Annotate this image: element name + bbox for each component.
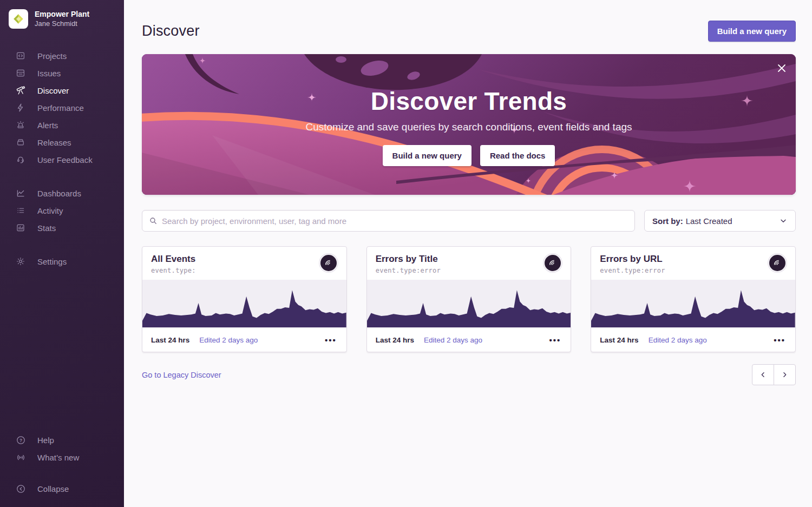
sidebar-item-help[interactable]: ? Help <box>0 431 124 449</box>
card-context-menu-icon[interactable]: ••• <box>324 334 338 346</box>
activity-icon <box>15 205 26 216</box>
sidebar: Empower Plant Jane Schmidt Projects Issu… <box>0 0 124 507</box>
chevron-down-icon <box>779 216 788 225</box>
stats-icon <box>15 222 26 233</box>
sentry-logo-avatar[interactable] <box>543 254 562 272</box>
query-card-all-events[interactable]: All Events event.type: Last 24 hrs Edite… <box>142 246 347 352</box>
sidebar-item-whats-new[interactable]: What’s new <box>0 449 124 466</box>
sidebar-item-discover[interactable]: Discover <box>0 82 124 99</box>
sidebar-item-projects[interactable]: Projects <box>0 47 124 64</box>
sidebar-item-label: Settings <box>37 257 67 266</box>
events-sparkline-chart <box>142 280 346 327</box>
svg-text:?: ? <box>19 437 22 443</box>
page-title: Discover <box>142 23 200 39</box>
org-switcher[interactable]: Empower Plant Jane Schmidt <box>0 0 124 33</box>
main-content: Discover Build a new query <box>124 0 812 507</box>
telescope-icon <box>15 85 26 96</box>
sidebar-item-label: Collapse <box>37 484 69 493</box>
time-range-label: Last 24 hrs <box>151 336 189 344</box>
sidebar-item-alerts[interactable]: Alerts <box>0 116 124 134</box>
gear-icon <box>15 256 26 267</box>
edited-link[interactable]: Edited 2 days ago <box>649 336 707 344</box>
sort-value: Last Created <box>686 216 732 226</box>
chevron-left-icon <box>759 371 767 379</box>
sidebar-item-label: Activity <box>37 206 63 215</box>
sidebar-item-label: Issues <box>37 69 61 78</box>
card-context-menu-icon[interactable]: ••• <box>772 334 787 346</box>
edited-link[interactable]: Edited 2 days ago <box>424 336 482 344</box>
next-page-button[interactable] <box>774 364 796 385</box>
query-card-errors-by-title[interactable]: Errors by Title event.type:error Last 24… <box>366 246 572 352</box>
search-box[interactable] <box>142 210 635 232</box>
sidebar-item-stats[interactable]: Stats <box>0 219 124 236</box>
sentry-logo-avatar[interactable] <box>768 254 787 272</box>
query-card-errors-by-url[interactable]: Errors by URL event.type:error Last 24 h… <box>591 246 796 352</box>
sidebar-item-user-feedback[interactable]: User Feedback <box>0 151 124 168</box>
saved-query-cards: All Events event.type: Last 24 hrs Edite… <box>142 246 796 352</box>
search-input[interactable] <box>162 216 628 226</box>
sentry-logo-icon <box>772 258 783 268</box>
sidebar-item-activity[interactable]: Activity <box>0 202 124 219</box>
sidebar-item-label: Projects <box>37 51 67 61</box>
card-context-menu-icon[interactable]: ••• <box>548 334 562 346</box>
chevron-right-icon <box>781 371 789 379</box>
sort-label: Sort by: <box>652 216 683 226</box>
time-range-label: Last 24 hrs <box>600 336 638 344</box>
filter-row: Sort by: Last Created <box>142 210 796 232</box>
previous-page-button[interactable] <box>752 364 774 385</box>
settings-nav: Settings <box>0 253 124 270</box>
dashboards-icon <box>15 188 26 199</box>
lightning-icon <box>15 102 26 113</box>
secondary-nav: Dashboards Activity Stats <box>0 185 124 236</box>
card-query: event.type:error <box>376 267 441 274</box>
sentry-logo-icon <box>323 258 334 268</box>
banner-read-docs-button[interactable]: Read the docs <box>480 145 555 166</box>
collapse-icon <box>15 483 26 494</box>
banner-subtitle: Customize and save queries by search con… <box>305 121 632 133</box>
banner-title: Discover Trends <box>371 87 567 116</box>
sentry-logo-avatar[interactable] <box>319 254 338 272</box>
sidebar-item-settings[interactable]: Settings <box>0 253 124 270</box>
releases-icon <box>15 137 26 148</box>
projects-icon <box>15 50 26 61</box>
events-sparkline-chart <box>591 280 795 327</box>
discover-trends-banner: Discover Trends Customize and save queri… <box>142 54 796 195</box>
feedback-icon <box>15 154 26 165</box>
sidebar-collapse-button[interactable]: Collapse <box>0 480 124 497</box>
page-header: Discover Build a new query <box>142 21 796 42</box>
help-icon: ? <box>15 434 26 445</box>
banner-content: Discover Trends Customize and save queri… <box>142 54 796 195</box>
broadcast-icon <box>15 452 26 463</box>
sidebar-item-label: User Feedback <box>37 155 93 164</box>
sort-dropdown[interactable]: Sort by: Last Created <box>644 210 796 232</box>
sidebar-item-label: Alerts <box>37 121 58 130</box>
sidebar-item-dashboards[interactable]: Dashboards <box>0 185 124 202</box>
sidebar-item-label: Performance <box>37 103 84 113</box>
build-new-query-button[interactable]: Build a new query <box>708 21 796 42</box>
card-title: Errors by Title <box>376 254 441 265</box>
sidebar-item-label: Help <box>37 436 54 445</box>
primary-nav: Projects Issues Discover Performance Ale… <box>0 47 124 168</box>
pagination <box>752 364 796 385</box>
sidebar-item-label: Releases <box>37 138 71 147</box>
org-avatar[interactable] <box>9 9 28 29</box>
bottom-row: Go to Legacy Discover <box>142 364 796 385</box>
sidebar-item-releases[interactable]: Releases <box>0 134 124 151</box>
sidebar-footer-nav: ? Help What’s new <box>0 431 124 466</box>
sidebar-item-label: Dashboards <box>37 189 81 198</box>
org-name: Empower Plant <box>35 9 89 19</box>
search-icon <box>149 216 158 225</box>
banner-build-query-button[interactable]: Build a new query <box>383 145 472 166</box>
sidebar-item-label: Stats <box>37 223 56 233</box>
sidebar-item-issues[interactable]: Issues <box>0 64 124 82</box>
sidebar-item-label: What’s new <box>37 453 79 462</box>
edited-link[interactable]: Edited 2 days ago <box>199 336 258 344</box>
sidebar-item-performance[interactable]: Performance <box>0 99 124 116</box>
sidebar-item-label: Discover <box>37 86 69 95</box>
sentry-logo-icon <box>547 258 558 268</box>
close-icon <box>776 63 787 74</box>
card-query: event.type: <box>151 267 196 274</box>
legacy-discover-link[interactable]: Go to Legacy Discover <box>142 371 221 379</box>
events-sparkline-chart <box>367 280 571 327</box>
banner-close-button[interactable] <box>775 61 789 75</box>
